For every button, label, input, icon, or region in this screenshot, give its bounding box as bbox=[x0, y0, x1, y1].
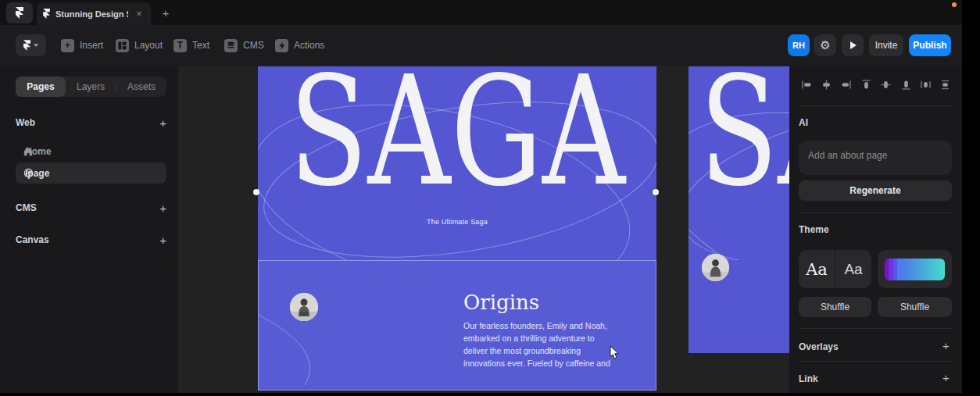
sidebar-tabs: Pages Layers Assets bbox=[16, 77, 166, 97]
properties-panel: AI Regenerate Theme Aa Aa Shuffle Shuffl… bbox=[789, 66, 962, 393]
insert-label: Insert bbox=[80, 40, 103, 51]
origins-heading[interactable]: Origins bbox=[463, 291, 539, 314]
distribute-vertical-icon[interactable] bbox=[939, 78, 952, 91]
hero-title-text[interactable]: SAGA bbox=[289, 66, 627, 219]
regenerate-button[interactable]: Regenerate bbox=[799, 180, 952, 201]
alignment-toolbar bbox=[800, 78, 952, 91]
add-overlay-button[interactable]: + bbox=[942, 339, 950, 352]
user-avatar[interactable]: RH bbox=[788, 34, 810, 56]
shuffle-fonts-button[interactable]: Shuffle bbox=[799, 297, 871, 317]
layout-icon bbox=[116, 39, 129, 52]
page-label: /page bbox=[25, 168, 49, 179]
tab-layers[interactable]: Layers bbox=[66, 77, 116, 97]
canvas-section-label: Canvas bbox=[16, 234, 49, 245]
align-middle-vertical-icon[interactable] bbox=[880, 78, 892, 91]
align-left-icon[interactable] bbox=[800, 78, 813, 91]
web-section-header: Web + bbox=[16, 116, 166, 129]
play-icon bbox=[850, 41, 857, 49]
theme-gradient-swatch bbox=[885, 259, 945, 280]
publish-button[interactable]: Publish bbox=[909, 34, 951, 56]
panel-divider bbox=[799, 105, 952, 106]
align-top-icon[interactable] bbox=[860, 78, 872, 91]
panel-divider bbox=[799, 212, 952, 213]
invite-button[interactable]: Invite bbox=[869, 34, 903, 56]
new-tab-button[interactable]: + bbox=[156, 3, 175, 22]
add-page-button[interactable]: + bbox=[159, 116, 166, 130]
ai-section-label: AI bbox=[799, 117, 808, 128]
distribute-horizontal-icon[interactable] bbox=[920, 78, 932, 91]
hero-tagline[interactable]: The Ultimate Saga bbox=[258, 218, 656, 226]
cms-section-header: CMS + bbox=[16, 202, 166, 214]
pinned-framer-tab[interactable] bbox=[6, 2, 33, 23]
tab-close-icon[interactable]: × bbox=[134, 9, 145, 20]
selection-handle-right[interactable] bbox=[653, 189, 659, 195]
gear-icon: ⚙ bbox=[820, 38, 830, 52]
preview-button[interactable] bbox=[842, 34, 864, 56]
theme-color-card[interactable] bbox=[878, 250, 952, 288]
settings-button[interactable]: ⚙ bbox=[814, 34, 836, 56]
variant-founder-avatar[interactable] bbox=[702, 254, 729, 281]
sans-font-sample: Aa bbox=[835, 250, 871, 288]
notification-dot bbox=[952, 2, 957, 7]
add-link-button[interactable]: + bbox=[942, 371, 950, 384]
actions-label: Actions bbox=[294, 40, 324, 51]
founder-avatar[interactable] bbox=[290, 293, 318, 321]
link-section-label: Link bbox=[799, 373, 818, 384]
person-photo-icon bbox=[702, 254, 729, 281]
theme-font-card[interactable]: Aa Aa bbox=[799, 250, 871, 288]
text-icon: T bbox=[173, 39, 187, 52]
add-canvas-button[interactable]: + bbox=[159, 234, 166, 247]
web-section-label: Web bbox=[16, 117, 35, 128]
actions-button[interactable]: Actions bbox=[275, 34, 324, 56]
framer-menu-button[interactable] bbox=[16, 34, 46, 56]
shuffle-colors-button[interactable]: Shuffle bbox=[878, 297, 952, 317]
insert-button[interactable]: + Insert bbox=[61, 34, 103, 56]
align-right-icon[interactable] bbox=[840, 78, 853, 91]
chevron-down-icon bbox=[34, 44, 38, 47]
person-photo-icon bbox=[290, 293, 318, 321]
browser-tabbar: Stunning Design S. × + bbox=[0, 0, 962, 25]
framer-logo-icon bbox=[16, 7, 23, 19]
active-tab[interactable]: Stunning Design S. × bbox=[37, 2, 151, 25]
overlays-section-label: Overlays bbox=[799, 341, 839, 352]
tab-pages[interactable]: Pages bbox=[16, 77, 66, 97]
framer-logo-icon bbox=[23, 40, 30, 51]
panel-divider bbox=[799, 361, 952, 362]
origins-paragraph[interactable]: Our fearless founders, Emily and Noah, e… bbox=[463, 319, 617, 369]
cms-button[interactable]: CMS bbox=[224, 34, 264, 56]
add-collection-button[interactable]: + bbox=[159, 202, 166, 215]
cms-label: CMS bbox=[243, 40, 264, 51]
serif-font-sample: Aa bbox=[799, 250, 835, 288]
mouse-cursor-icon bbox=[610, 346, 622, 360]
text-label: Text bbox=[192, 40, 209, 51]
plus-icon: + bbox=[61, 39, 74, 52]
database-icon bbox=[224, 39, 238, 52]
framer-workspace: SAGA The Ultimate Saga Origins Our bbox=[0, 0, 962, 393]
sidebar-item-page[interactable]: /page bbox=[16, 162, 166, 184]
selection-handle-left[interactable] bbox=[253, 189, 259, 195]
home-label: Home bbox=[25, 146, 51, 157]
layout-button[interactable]: Layout bbox=[116, 34, 163, 56]
page-frame-main[interactable]: SAGA The Ultimate Saga Origins Our bbox=[258, 66, 656, 391]
sidebar-item-home[interactable]: Home bbox=[16, 141, 166, 162]
hero-orbit-graphics: SAGA bbox=[258, 66, 656, 260]
hero-section[interactable]: SAGA The Ultimate Saga bbox=[258, 66, 656, 260]
panel-divider bbox=[799, 328, 952, 329]
tab-assets[interactable]: Assets bbox=[116, 77, 166, 97]
tab-title: Stunning Design S. bbox=[55, 9, 128, 19]
align-bottom-icon[interactable] bbox=[900, 78, 912, 91]
left-sidebar: Pages Layers Assets Web + Home /page CMS bbox=[0, 66, 178, 393]
canvas-section-header: Canvas + bbox=[16, 234, 166, 246]
text-button[interactable]: T Text bbox=[173, 34, 209, 56]
ai-prompt-input[interactable] bbox=[799, 141, 952, 175]
framer-favicon-icon bbox=[43, 9, 50, 19]
align-center-horizontal-icon[interactable] bbox=[820, 78, 832, 91]
cms-section-label: CMS bbox=[16, 202, 37, 213]
theme-section-label: Theme bbox=[799, 224, 829, 235]
layout-label: Layout bbox=[134, 40, 163, 51]
lightning-icon bbox=[275, 39, 288, 52]
app-window: SAGA The Ultimate Saga Origins Our bbox=[0, 0, 980, 396]
